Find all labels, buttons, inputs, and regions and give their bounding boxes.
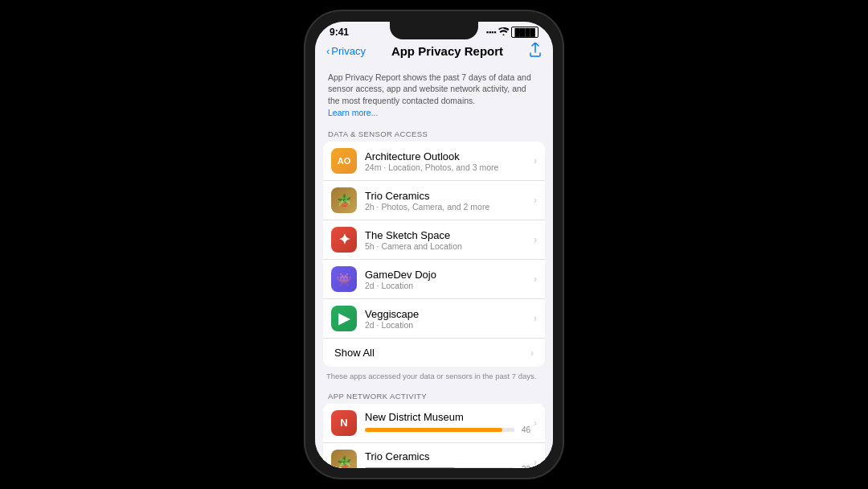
app-detail: 2h · Photos, Camera, and 2 more	[365, 202, 530, 212]
app-info-veggiscape: Veggiscape 2d · Location	[365, 308, 530, 330]
page-title: App Privacy Report	[391, 44, 503, 58]
data-sensor-header: DATA & SENSOR ACCESS	[315, 125, 553, 142]
app-info-architecture: Architecture Outlook 24m · Location, Pho…	[365, 150, 530, 172]
list-item[interactable]: AO Architecture Outlook 24m · Location, …	[323, 142, 545, 181]
app-detail: 2d · Location	[365, 320, 530, 330]
bar-container-trio: Trio Ceramics 30	[365, 450, 530, 467]
back-label: Privacy	[331, 45, 366, 57]
app-detail: 5h · Camera and Location	[365, 241, 530, 251]
app-info-sketch: The Sketch Space 5h · Camera and Locatio…	[365, 229, 530, 251]
wifi-icon	[498, 27, 509, 37]
show-all-item[interactable]: Show All ›	[323, 339, 545, 367]
learn-more-link[interactable]: Learn more...	[328, 108, 378, 117]
back-button[interactable]: ‹ Privacy	[326, 45, 366, 57]
description-text: App Privacy Report shows the past 7 days…	[315, 67, 553, 125]
notch	[390, 22, 478, 39]
app-name: Trio Ceramics	[365, 450, 530, 462]
app-name: Architecture Outlook	[365, 150, 530, 162]
app-name: New District Museum	[365, 411, 530, 423]
chevron-left-icon: ‹	[326, 45, 330, 57]
app-icon-sketch: ✦	[331, 227, 357, 253]
phone-screen: 9:41 ▪▪▪▪ ████ ‹ Privacy App Privacy Rep…	[315, 22, 553, 468]
app-icon-gamedev: 👾	[331, 266, 357, 292]
chevron-right-icon: ›	[534, 195, 537, 206]
list-item[interactable]: N New District Museum 46 ›	[323, 404, 545, 443]
network-header: APP NETWORK ACTIVITY	[315, 387, 553, 404]
share-button[interactable]	[529, 43, 542, 60]
app-info-gamedev: GameDev Dojo 2d · Location	[365, 269, 530, 290]
bar-count: 46	[518, 425, 530, 434]
bar-container-museum: New District Museum 46	[365, 411, 530, 434]
data-sensor-card: AO Architecture Outlook 24m · Location, …	[323, 142, 545, 367]
chevron-right-icon: ›	[534, 155, 537, 166]
app-icon-architecture: AO	[331, 148, 357, 174]
chevron-right-icon: ›	[534, 313, 537, 324]
bar-track	[365, 428, 514, 432]
app-detail: 2d · Location	[365, 281, 530, 290]
phone-frame: 9:41 ▪▪▪▪ ████ ‹ Privacy App Privacy Rep…	[305, 11, 563, 478]
list-item[interactable]: 👾 GameDev Dojo 2d · Location ›	[323, 260, 545, 299]
status-icons: ▪▪▪▪ ████	[486, 27, 538, 38]
status-time: 9:41	[330, 27, 349, 38]
chevron-right-icon: ›	[534, 457, 537, 468]
app-detail: 24m · Location, Photos, and 3 more	[365, 162, 530, 172]
app-info-trio: Trio Ceramics 2h · Photos, Camera, and 2…	[365, 190, 530, 212]
list-item[interactable]: 🪴 Trio Ceramics 30 ›	[323, 443, 545, 468]
chevron-right-icon: ›	[534, 273, 537, 285]
app-icon-museum: N	[331, 410, 357, 436]
bar-fill	[365, 428, 502, 432]
network-card: N New District Museum 46 › 🪴	[323, 404, 545, 468]
chevron-right-icon: ›	[534, 417, 537, 429]
app-name: Veggiscape	[365, 308, 530, 320]
app-name: GameDev Dojo	[365, 269, 530, 281]
list-item[interactable]: ▶ Veggiscape 2d · Location ›	[323, 299, 545, 339]
battery-icon: ████	[511, 27, 538, 38]
show-all-label: Show All	[334, 347, 375, 359]
signal-icon: ▪▪▪▪	[486, 28, 497, 36]
app-name: The Sketch Space	[365, 229, 530, 241]
chevron-right-icon: ›	[534, 234, 537, 245]
app-icon-veggiscape: ▶	[331, 306, 357, 331]
bar-row: 46	[365, 425, 530, 434]
app-icon-trio-network: 🪴	[331, 450, 357, 468]
chevron-right-icon: ›	[530, 347, 534, 359]
list-item[interactable]: 🪴 Trio Ceramics 2h · Photos, Camera, and…	[323, 181, 545, 220]
app-name: Trio Ceramics	[365, 190, 530, 202]
nav-bar: ‹ Privacy App Privacy Report	[315, 39, 553, 67]
app-icon-trio: 🪴	[331, 187, 357, 213]
list-item[interactable]: ✦ The Sketch Space 5h · Camera and Locat…	[323, 220, 545, 260]
bar-row: 30	[365, 465, 530, 467]
data-sensor-footnote: These apps accessed your data or sensors…	[315, 367, 553, 386]
content-area: App Privacy Report shows the past 7 days…	[315, 67, 553, 468]
bar-count: 30	[518, 465, 530, 467]
